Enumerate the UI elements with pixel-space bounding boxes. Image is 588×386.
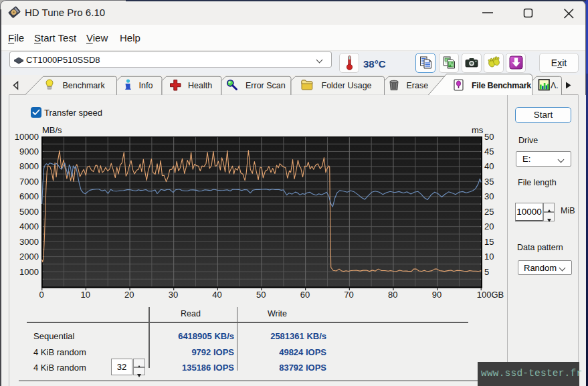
svg-text:Λ.: Λ. bbox=[551, 81, 559, 90]
